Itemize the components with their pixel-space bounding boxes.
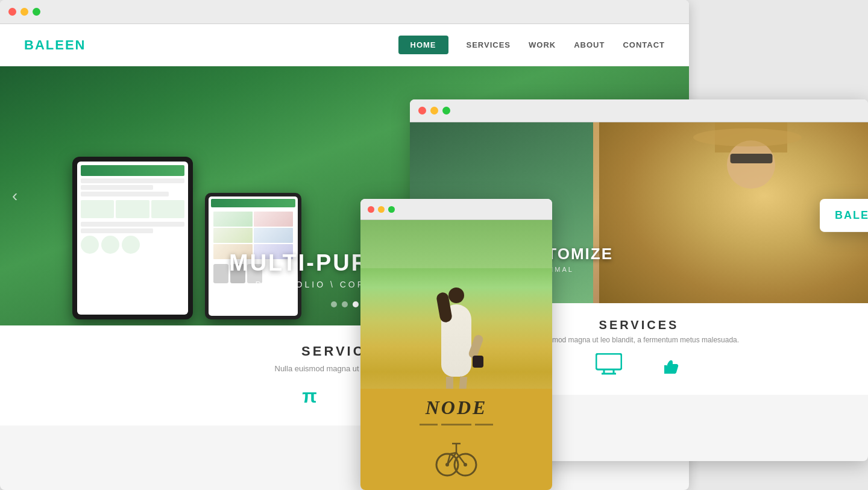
- pi-icon: π: [302, 385, 317, 407]
- ts-header: [211, 199, 295, 207]
- bicycle-icon: [432, 432, 480, 480]
- tsc-row-5: [81, 228, 153, 233]
- tsc-row-4: [81, 222, 184, 227]
- close-button-mid[interactable]: [418, 107, 426, 115]
- hero-arrow-left[interactable]: ‹: [12, 186, 17, 206]
- front-yellow-section: NODE: [360, 389, 552, 490]
- tsc-row-3: [81, 192, 169, 196]
- tsc-grid: [81, 200, 184, 218]
- girl-silhouette-front: [441, 304, 471, 377]
- tsc-row-1: [81, 178, 184, 183]
- service-item-pi: π: [302, 385, 317, 407]
- hero-dot-3[interactable]: [353, 301, 359, 307]
- hero-section-front: [360, 220, 552, 389]
- monitor-icon-mid: [596, 353, 622, 375]
- deco-line-1: [420, 424, 438, 426]
- hero-dots-back: [331, 301, 359, 307]
- avatar-3: [122, 236, 140, 254]
- nav-work-back[interactable]: WORK: [529, 40, 556, 49]
- minimize-button-front[interactable]: [378, 206, 385, 213]
- deco-line-2: [441, 424, 471, 426]
- girl-purse: [473, 356, 483, 368]
- title-bar-mid: [410, 99, 868, 122]
- face: [727, 140, 775, 189]
- tablet-mockups: [72, 157, 301, 319]
- sunglasses: [731, 154, 773, 163]
- portfolio-cell-1: [213, 212, 253, 227]
- avatar-1: [81, 236, 99, 254]
- maximize-button-mid[interactable]: [442, 107, 450, 115]
- navbar-back: BALEEN HOME SERVICES WORK ABOUT CONTACT: [0, 24, 689, 66]
- brand-logo-mid[interactable]: BALEEN: [835, 209, 868, 222]
- hero-dot-2[interactable]: [342, 301, 348, 307]
- portfolio-cell-2: [254, 212, 293, 227]
- nav-links-back: HOME SERVICES WORK ABOUT CONTACT: [398, 36, 665, 54]
- svg-rect-4: [596, 354, 621, 369]
- tsc-row-2: [81, 185, 153, 190]
- minimize-button-back[interactable]: [20, 8, 28, 16]
- deco-line-3: [475, 424, 493, 426]
- title-bar-front: [360, 199, 552, 220]
- minimize-button-mid[interactable]: [430, 107, 438, 115]
- tsc-cell-1: [81, 200, 114, 218]
- tsc-header: [81, 165, 184, 176]
- front-yellow-content: NODE: [420, 397, 493, 482]
- nav-about-back[interactable]: ABOUT: [574, 40, 605, 49]
- portfolio-cell-3: [213, 228, 253, 243]
- maximize-button-back[interactable]: [33, 8, 40, 16]
- service-item-thumbsup-mid: [658, 353, 682, 380]
- portfolio-cell-4: [254, 228, 293, 243]
- tsc-cell-2: [116, 200, 149, 218]
- close-button-back[interactable]: [8, 8, 16, 16]
- girl-leg-right: [459, 377, 468, 389]
- navbar-mid: BALEEN HOME SERVICES WORK ABOUT CONTACT: [820, 199, 868, 232]
- tablet-content: [77, 162, 188, 315]
- tablet-screen-large: [77, 162, 188, 315]
- hero-dot-1[interactable]: [331, 301, 337, 307]
- maximize-button-front[interactable]: [388, 206, 395, 213]
- sky: [360, 220, 552, 268]
- hat-brim: [693, 128, 802, 146]
- girl-dress: [441, 304, 471, 377]
- nav-contact-back[interactable]: CONTACT: [623, 40, 665, 49]
- girl-head: [448, 287, 464, 303]
- close-button-front[interactable]: [368, 206, 374, 213]
- thumbsup-icon-mid: [658, 353, 682, 377]
- service-item-monitor-mid: [596, 353, 622, 380]
- tsc-cell-3: [151, 200, 184, 218]
- avatar-2: [101, 236, 119, 254]
- brand-logo-back[interactable]: BALEEN: [24, 37, 86, 53]
- nav-home-back[interactable]: HOME: [398, 36, 448, 54]
- browser-window-front: NODE: [360, 199, 552, 490]
- tablet-large: [72, 157, 193, 319]
- front-bottom-text: NODE: [420, 397, 493, 419]
- front-decorative-lines: [420, 424, 493, 426]
- title-bar-back: [0, 0, 689, 24]
- nav-services-back[interactable]: SERVICES: [467, 40, 511, 49]
- girl-leg-left: [446, 377, 453, 389]
- ts-person-1: [213, 264, 228, 283]
